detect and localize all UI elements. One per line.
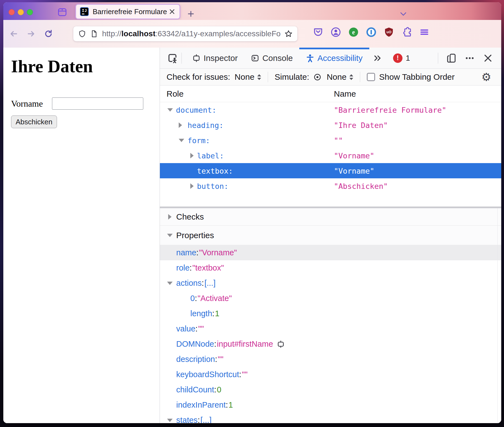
simulate-label: Simulate: <box>275 72 309 82</box>
fullscreen-window-button[interactable] <box>27 9 33 15</box>
close-window-button[interactable] <box>9 9 15 15</box>
checks-section-header[interactable]: Checks <box>160 208 501 226</box>
collapse-arrow-icon[interactable] <box>167 419 173 422</box>
property-key: indexInParent <box>176 400 226 410</box>
select-updown-icon <box>257 74 261 80</box>
check-for-issues-select[interactable]: None <box>235 72 261 82</box>
error-icon: ! <box>393 53 402 63</box>
property-row-description[interactable]: description: "" <box>160 352 501 367</box>
tree-row-heading[interactable]: heading:"Ihre Daten" <box>160 117 501 133</box>
url-bar[interactable]: http://localhost:63342/a11y-examples/acc… <box>73 26 297 41</box>
forward-button[interactable] <box>26 29 36 38</box>
property-row-keyboardShortcut[interactable]: keyboardShortcut: "" <box>160 367 501 382</box>
firefox-window: IJ Barrierefreie Formulare <box>3 2 501 423</box>
property-row-DOMNode[interactable]: DOMNode: input#firstName <box>160 336 501 352</box>
more-tabs-chevron-icon[interactable] <box>373 54 383 62</box>
tab-accessibility[interactable]: Accessibility <box>299 48 369 68</box>
tree-row-form[interactable]: form:"" <box>160 133 501 148</box>
property-row-name[interactable]: name: "Vorname" <box>160 245 501 260</box>
property-colon: : <box>212 309 214 318</box>
property-row-actions[interactable]: actions: [...] <box>160 276 501 291</box>
submit-button[interactable]: Abschicken <box>11 115 57 128</box>
property-value: 0 <box>217 385 221 394</box>
tree-name: "Abschicken" <box>334 182 388 190</box>
tree-row-document[interactable]: document:"Barrierefreie Formulare" <box>160 102 501 117</box>
property-row-role[interactable]: role: "textbox" <box>160 260 501 276</box>
column-role: Role <box>167 89 184 99</box>
toolbar-separator <box>360 72 360 82</box>
property-value: [...] <box>204 279 215 288</box>
responsive-design-mode-icon[interactable] <box>446 53 456 63</box>
devtools-meta-controls <box>438 53 501 64</box>
property-row-states[interactable]: states: [...] <box>160 413 501 423</box>
toolbar-separator <box>268 72 268 82</box>
a11y-tree: document:"Barrierefreie Formulare"headin… <box>160 102 501 207</box>
column-name: Name <box>334 89 356 99</box>
expand-arrow-icon <box>168 214 172 220</box>
error-badge[interactable]: ! 1 <box>393 53 410 63</box>
property-row-indexInParent[interactable]: indexInParent: 1 <box>160 397 501 413</box>
desktop-wallpaper: IJ Barrierefreie Formulare <box>0 0 504 427</box>
tab-close-icon[interactable] <box>168 8 176 15</box>
property-key: states <box>176 416 198 423</box>
bookmark-star-icon[interactable] <box>285 30 292 38</box>
simulate-eye-icon <box>314 73 321 81</box>
expand-arrow-icon[interactable] <box>179 122 182 128</box>
toolbar-extensions: e uO <box>313 27 430 38</box>
accessibility-toolbar: Check for issues: None Simulate: None <box>160 69 501 86</box>
tab-console[interactable]: Console <box>244 48 299 68</box>
extensions-puzzle-icon[interactable] <box>401 27 412 38</box>
expand-arrow-icon[interactable] <box>190 183 194 189</box>
account-icon[interactable] <box>330 27 341 38</box>
open-in-inspector-icon[interactable] <box>277 340 285 348</box>
property-row-length[interactable]: length: 1 <box>160 306 501 321</box>
show-tabbing-order-label: Show Tabbing Order <box>379 72 455 82</box>
expand-arrow-icon[interactable] <box>190 153 194 158</box>
tab-title: Barrierefreie Formulare <box>93 7 168 16</box>
property-key: value <box>176 324 195 333</box>
property-key: role <box>176 263 189 272</box>
vorname-input[interactable] <box>52 97 143 110</box>
list-all-tabs-icon[interactable] <box>399 11 408 18</box>
tree-row-textbox[interactable]: textbox:"Vorname" <box>160 163 501 178</box>
accessibility-person-icon <box>306 54 314 62</box>
tree-row-button[interactable]: button:"Abschicken" <box>160 178 501 194</box>
property-row-childCount[interactable]: childCount: 0 <box>160 382 501 397</box>
firefox-view-icon[interactable] <box>58 7 67 17</box>
collapse-arrow-icon[interactable] <box>167 282 173 285</box>
collapse-arrow-icon[interactable] <box>167 108 173 112</box>
property-row-0[interactable]: 0: "Activate" <box>160 291 501 306</box>
simulate-select[interactable]: None <box>314 72 353 82</box>
shield-permissions-icon[interactable] <box>78 30 86 38</box>
property-row-value[interactable]: value: "" <box>160 321 501 336</box>
settings-gear-icon[interactable]: ⚙ <box>481 71 491 83</box>
scrollbar-gutter[interactable] <box>497 208 498 423</box>
select-updown-icon <box>349 74 353 80</box>
property-colon: : <box>214 339 216 349</box>
properties-section-header[interactable]: Properties <box>160 226 501 245</box>
property-colon: : <box>198 416 200 423</box>
collapse-arrow-icon[interactable] <box>179 139 184 142</box>
property-key: keyboardShortcut <box>176 370 239 379</box>
meatball-menu-icon[interactable] <box>465 53 475 63</box>
reload-button[interactable] <box>44 29 53 38</box>
tab-inspector[interactable]: Inspector <box>186 48 244 68</box>
accessibility-picker-icon[interactable] <box>168 53 178 63</box>
ublock-origin-icon[interactable]: uO <box>383 27 394 38</box>
tree-name: "" <box>334 136 343 145</box>
tree-header: Role Name <box>160 86 501 102</box>
onepassword-icon[interactable] <box>366 27 377 38</box>
error-count: 1 <box>406 54 410 63</box>
close-devtools-icon[interactable] <box>483 53 493 63</box>
show-tabbing-order-checkbox[interactable] <box>367 73 375 81</box>
extension-icon-green[interactable]: e <box>348 27 359 38</box>
menu-hamburger-icon[interactable] <box>419 27 430 38</box>
minimize-window-button[interactable] <box>18 9 24 15</box>
pocket-icon[interactable] <box>313 27 324 38</box>
page-info-icon[interactable] <box>90 30 98 38</box>
browser-tab[interactable]: IJ Barrierefreie Formulare <box>75 4 180 19</box>
tree-name: "Ihre Daten" <box>334 121 388 129</box>
tree-row-label[interactable]: label:"Vorname" <box>160 148 501 163</box>
new-tab-button[interactable] <box>187 10 195 18</box>
back-button[interactable] <box>9 29 19 38</box>
